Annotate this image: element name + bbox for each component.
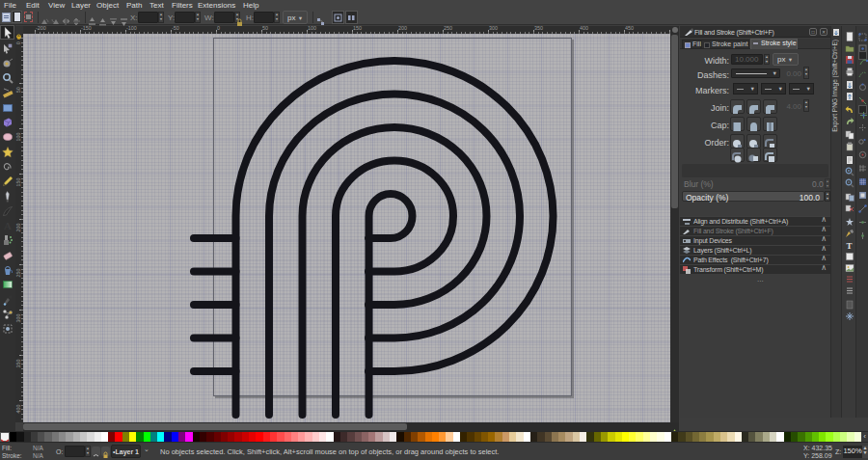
svg-text:A: A — [4, 220, 12, 231]
